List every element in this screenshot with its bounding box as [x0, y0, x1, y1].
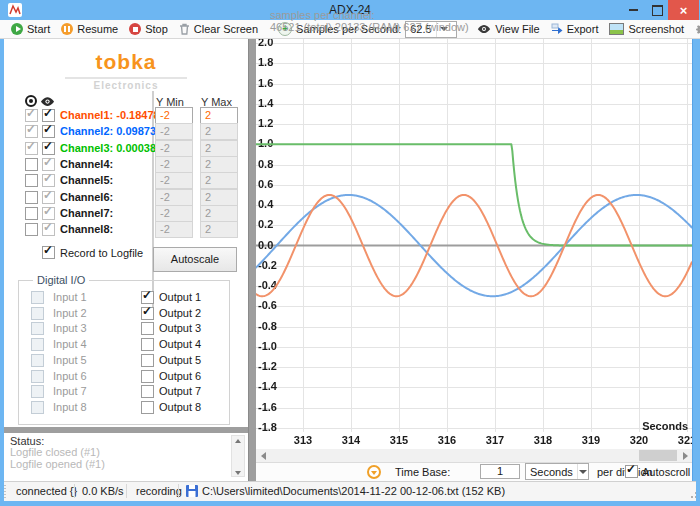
channel-visible-checkbox[interactable]: ✓: [42, 142, 55, 155]
app-window: ADX-24 × Start Resume Stop Clear Screen …: [0, 0, 700, 506]
digital-output-checkbox[interactable]: [141, 338, 154, 351]
statusbar-segment: connected {}: [16, 485, 77, 497]
status-line: Logfile opened (#1): [10, 459, 105, 470]
floppy-disk-icon: [186, 485, 198, 497]
start-button[interactable]: Start: [11, 23, 50, 35]
digital-input-label: Input 7: [53, 385, 87, 397]
digital-output-checkbox[interactable]: [141, 322, 154, 335]
start-icon: [11, 23, 23, 35]
channel-label: Channel6:: [60, 191, 113, 203]
digital-input-checkbox: [31, 322, 44, 335]
chart-horizontal-scrollbar[interactable]: [256, 449, 692, 462]
statusbar-segment: 0.0 KB/s: [82, 485, 124, 497]
ymin-field: -2: [155, 189, 193, 206]
timebase-unit-select[interactable]: Seconds: [525, 463, 589, 480]
digital-output-checkbox[interactable]: [141, 385, 154, 398]
digital-io-rows: Input 1Input 2Input 3Input 4Input 5Input…: [19, 281, 229, 424]
close-button[interactable]: ×: [668, 0, 699, 20]
channel-record-checkbox[interactable]: [25, 158, 38, 171]
resume-button[interactable]: Resume: [61, 23, 118, 35]
status-log: Logfile closed (#1)Logfile opened (#1): [10, 447, 105, 471]
digital-output-label: Output 1: [159, 291, 201, 303]
waveform-plot[interactable]: [256, 39, 692, 449]
channel-visible-checkbox[interactable]: ✓: [42, 125, 55, 138]
digital-output-checkbox[interactable]: [141, 354, 154, 367]
statusbar-separator: [178, 484, 179, 498]
export-button[interactable]: Export: [551, 23, 599, 35]
digital-input-label: Input 4: [53, 338, 87, 350]
timebase-bar: Time Base: 1 Seconds per division ✓ Auto…: [256, 462, 692, 481]
digital-output-label: Output 7: [159, 385, 201, 397]
channel-record-checkbox: ✓: [25, 109, 38, 122]
samples-annotation: samples per channel: 46521 (total) 20133…: [270, 9, 469, 33]
timebase-input[interactable]: 1: [480, 464, 520, 479]
channel-visible-checkbox: ✓: [42, 223, 55, 236]
stop-button[interactable]: Stop: [129, 23, 168, 35]
channel-visible-checkbox: ✓: [42, 207, 55, 220]
window-border-right: [696, 39, 700, 501]
ymin-field: -2: [155, 205, 193, 222]
digital-output-label: Output 5: [159, 354, 201, 366]
channel-record-checkbox[interactable]: [25, 191, 38, 204]
digital-output-checkbox[interactable]: [141, 401, 154, 414]
statusbar-segment: recording: [136, 485, 182, 497]
ymin-field: -2: [155, 172, 193, 189]
scroll-left-icon[interactable]: [256, 449, 270, 462]
digital-input-label: Input 3: [53, 322, 87, 334]
ymax-field[interactable]: 2: [200, 107, 238, 124]
logfile-path: C:\Users\limited\Documents\2014-11-22 00…: [202, 485, 505, 497]
digital-input-checkbox: [31, 385, 44, 398]
clear-screen-button[interactable]: Clear Screen: [179, 23, 258, 35]
left-panel: tobka Electronics Y Min Y Max ✓ Record t…: [4, 39, 248, 481]
view-file-button[interactable]: View File: [477, 23, 539, 35]
minimize-button[interactable]: [622, 0, 644, 20]
channel-record-checkbox: ✓: [25, 142, 38, 155]
ymax-field: 2: [200, 205, 238, 222]
scrollbar-thumb[interactable]: [639, 450, 677, 461]
screenshot-button[interactable]: Screenshot: [609, 23, 684, 35]
digital-output-label: Output 3: [159, 322, 201, 334]
brand-logo: tobka: [65, 50, 187, 74]
autoscale-button[interactable]: Autoscale: [153, 247, 237, 272]
trash-icon: [179, 23, 190, 35]
digital-input-checkbox: [31, 401, 44, 414]
status-scrollbar[interactable]: [231, 435, 245, 477]
statusbar-separator: [126, 484, 127, 498]
vertical-splitter[interactable]: [248, 39, 256, 481]
channel-visible-checkbox: ✓: [42, 158, 55, 171]
ymax-field: 2: [200, 140, 238, 157]
statusbar-separator: [74, 484, 75, 498]
ymax-field: 2: [200, 189, 238, 206]
digital-input-label: Input 1: [53, 291, 87, 303]
digital-input-checkbox: [31, 370, 44, 383]
digital-output-checkbox[interactable]: [141, 370, 154, 383]
maximize-button[interactable]: [646, 0, 668, 20]
window-border-bottom: [0, 501, 700, 506]
scroll-down-icon[interactable]: [235, 471, 241, 475]
digital-output-label: Output 6: [159, 370, 201, 382]
status-line: Logfile closed (#1): [10, 447, 105, 458]
ymin-field: -2: [155, 123, 193, 140]
ymax-field: 2: [200, 156, 238, 173]
channel-record-checkbox[interactable]: [25, 207, 38, 220]
record-to-logfile-checkbox[interactable]: ✓: [42, 246, 55, 259]
ymin-field: -2: [155, 156, 193, 173]
collapse-panel-icon[interactable]: [367, 465, 381, 479]
channel-record-checkbox[interactable]: [25, 223, 38, 236]
autoscroll-checkbox[interactable]: ✓: [625, 465, 638, 478]
channel-record-checkbox[interactable]: [25, 174, 38, 187]
digital-output-checkbox[interactable]: ✓: [141, 307, 154, 320]
digital-output-checkbox[interactable]: ✓: [141, 291, 154, 304]
channel-label: Channel8:: [60, 223, 113, 235]
channel-visible-checkbox[interactable]: ✓: [42, 109, 55, 122]
digital-input-label: Input 6: [53, 370, 87, 382]
digital-input-label: Input 5: [53, 354, 87, 366]
scroll-up-icon[interactable]: [235, 439, 241, 443]
scroll-right-icon[interactable]: [678, 449, 692, 462]
ymin-field[interactable]: -2: [155, 107, 193, 124]
channel-visible-checkbox: ✓: [42, 174, 55, 187]
digital-output-label: Output 4: [159, 338, 201, 350]
eye-icon: [477, 24, 491, 34]
settings-button[interactable]: Settings: [695, 23, 700, 36]
export-arrow-icon: [551, 23, 563, 35]
